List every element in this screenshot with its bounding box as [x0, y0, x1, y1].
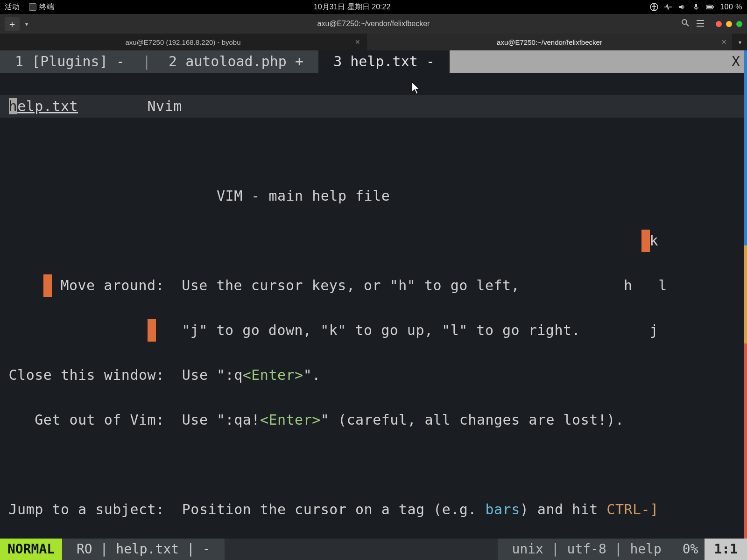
terminal-tab-2-label: axu@E7250:~/vendor/felixfbecker	[497, 38, 602, 46]
volume-icon[interactable]	[678, 3, 686, 11]
vim-tabline: 1 [Plugins] - | 2 autoload.php + 3 help.…	[0, 50, 747, 73]
vim-tab-separator: |	[140, 50, 154, 73]
search-icon[interactable]	[681, 19, 690, 29]
jump-subject-label: Jump to a subject:	[9, 501, 165, 518]
current-app[interactable]: 终端	[29, 2, 54, 12]
close-tab-2-icon[interactable]: ✕	[721, 38, 727, 46]
statusline-position: 1:1	[705, 539, 747, 560]
accessibility-icon[interactable]	[650, 3, 658, 11]
svg-point-6	[682, 20, 687, 24]
terminal-tab-bar: axu@E7250 (192.168.8.220) - byobu ✕ axu@…	[0, 34, 747, 50]
get-out-text: Use ":qa!	[182, 412, 260, 428]
minimap-seg-blue	[744, 50, 747, 245]
buffer-content: help.txt Nvim VIM - main help file |k | …	[0, 73, 747, 560]
enter-key-2: <Enter>	[260, 412, 321, 428]
editor-viewport[interactable]: 1 [Plugins] - | 2 autoload.php + 3 help.…	[0, 50, 747, 560]
help-title: VIM - main help file	[217, 188, 390, 204]
current-app-label: 终端	[39, 2, 54, 12]
terminal-tab-1[interactable]: axu@E7250 (192.168.8.220) - byobu ✕	[0, 34, 366, 50]
terminal-app-icon	[29, 3, 36, 11]
nav-h: h	[624, 277, 633, 294]
scrollbar-minimap[interactable]	[744, 50, 747, 539]
gnome-top-bar: 活动 终端 10月31日 星期日 20:22 100 %	[0, 0, 747, 14]
hamburger-menu-icon[interactable]	[696, 20, 705, 28]
svg-rect-5	[713, 6, 714, 7]
bars-tag: bars	[485, 501, 520, 518]
conceal-marker: |	[43, 274, 52, 297]
terminal-tab-2[interactable]: axu@E7250:~/vendor/felixfbecker ✕	[366, 34, 733, 50]
move-around-label: Move around:	[60, 277, 164, 294]
vim-tab-2[interactable]: 2 autoload.php +	[154, 50, 318, 73]
enter-key: <Enter>	[243, 367, 303, 383]
jump-subject-text: Position the cursor on a tag (e.g.	[182, 501, 486, 518]
vim-tab-1[interactable]: 1 [Plugins] -	[0, 50, 140, 73]
terminal-tab-1-label: axu@E7250 (192.168.8.220) - byobu	[125, 38, 240, 46]
nav-k: k	[650, 232, 659, 249]
window-title: axu@E7250:~/vendor/felixfbecker	[0, 20, 747, 28]
svg-point-1	[653, 4, 655, 6]
nav-j: j	[650, 322, 659, 338]
get-out-label: Get out of Vim:	[35, 412, 164, 428]
move-around-text-2: "j" to go down, "k" to go up, "l" to go …	[182, 322, 580, 338]
system-tray[interactable]: 100 %	[650, 3, 742, 11]
editor-name: Nvim	[148, 98, 182, 114]
minimize-window-button[interactable]	[726, 21, 732, 27]
conceal-marker: |	[641, 230, 650, 252]
vim-statusline: NORMAL RO | help.txt | - unix | utf-8 | …	[0, 539, 747, 560]
conceal-marker: |	[148, 319, 156, 342]
filename-line: help.txt Nvim	[0, 95, 747, 118]
mic-icon[interactable]	[692, 3, 700, 11]
new-tab-button[interactable]: ＋	[5, 17, 20, 31]
terminal-toolbar: ＋ ▾ axu@E7250:~/vendor/felixfbecker	[0, 14, 747, 34]
statusline-fileinfo: unix | utf-8 | help	[498, 539, 676, 560]
get-out-suffix: " (careful, all changes are lost!).	[321, 412, 624, 428]
clock[interactable]: 10月31日 星期日 20:22	[54, 2, 650, 12]
statusline-filler	[225, 539, 497, 560]
close-window-label: Close this window:	[9, 367, 165, 383]
move-around-text: Use the cursor keys, or "h" to go left,	[182, 277, 520, 294]
window-controls	[716, 21, 742, 27]
statusline-file: RO | help.txt | -	[62, 539, 225, 560]
close-window-suffix: ".	[303, 367, 321, 383]
battery-percent: 100 %	[720, 3, 742, 11]
help-filename: elp.txt	[17, 98, 78, 114]
cursor: h	[9, 98, 18, 114]
jump-subject-text-2: ) and hit	[520, 501, 607, 518]
close-window-text: Use ":q	[182, 367, 243, 383]
network-icon[interactable]	[664, 3, 672, 11]
ctrl-bracket-key: CTRL-]	[606, 501, 658, 518]
close-window-button[interactable]	[716, 21, 722, 27]
activities-button[interactable]: 活动	[5, 2, 20, 12]
new-tab-dropdown[interactable]: ▾	[22, 17, 31, 31]
statusline-percent: 0%	[676, 539, 705, 560]
svg-rect-4	[707, 6, 712, 8]
vim-tabline-filler	[450, 50, 725, 73]
mode-indicator: NORMAL	[0, 539, 62, 560]
close-tab-1-icon[interactable]: ✕	[355, 38, 360, 46]
minimap-seg-red	[744, 343, 747, 539]
battery-icon[interactable]	[706, 3, 714, 11]
minimap-seg-yellow	[744, 245, 747, 343]
nav-l: l	[658, 277, 667, 294]
maximize-window-button[interactable]	[736, 21, 742, 27]
vim-tab-3[interactable]: 3 help.txt -	[318, 50, 450, 73]
tab-overflow-button[interactable]: ▾	[733, 34, 747, 50]
svg-rect-2	[695, 4, 697, 7]
